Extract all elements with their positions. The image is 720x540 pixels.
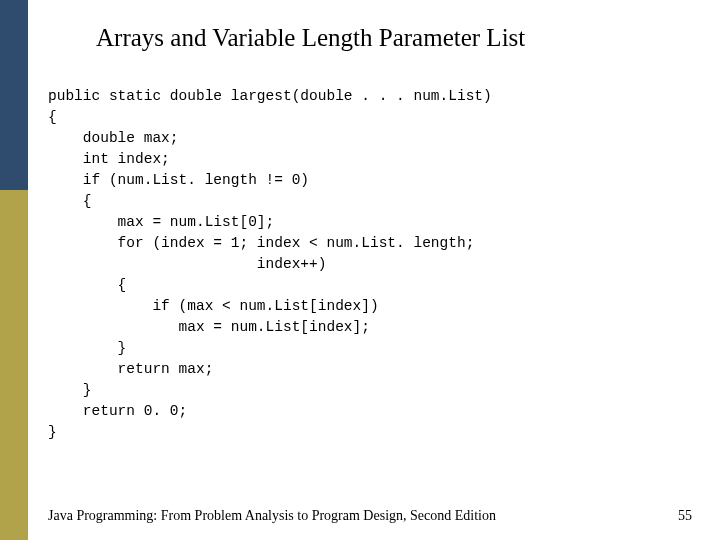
footer-text: Java Programming: From Problem Analysis …	[48, 508, 496, 524]
bar-navy-segment	[0, 0, 28, 190]
code-block: public static double largest(double . . …	[48, 86, 492, 443]
bar-olive-segment	[0, 190, 28, 540]
slide-title: Arrays and Variable Length Parameter Lis…	[96, 24, 525, 52]
page-number: 55	[678, 508, 692, 524]
decorative-left-bar	[0, 0, 28, 540]
